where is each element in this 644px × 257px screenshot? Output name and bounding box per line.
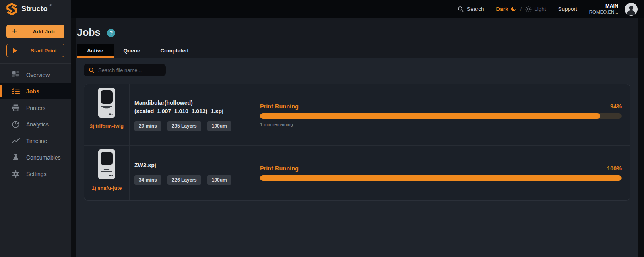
sidebar-item-label: Jobs [26, 88, 39, 95]
user-avatar-icon[interactable] [625, 3, 638, 16]
job-badges: 34 mins 226 Layers 100um [134, 175, 248, 185]
topbar-search-button[interactable]: Search [458, 6, 484, 12]
sidebar-item-label: Consumables [26, 154, 61, 161]
moon-icon [510, 6, 516, 12]
top-bar: Structo ® Search Dark / Light Support MA… [0, 0, 644, 18]
help-icon[interactable]: ? [107, 29, 115, 37]
progress-percent: 94% [610, 103, 622, 110]
sidebar: + Add Job Start Print Overview Jobs Prin… [0, 18, 71, 257]
sidebar-item-label: Printers [26, 105, 45, 111]
file-name: Mandibular(hollowed) (scaled_1.007_1.010… [134, 99, 248, 115]
resolution-badge: 100um [207, 175, 231, 185]
search-icon [458, 6, 464, 12]
page-title: Jobs [77, 27, 100, 38]
add-job-label: Add Job [23, 29, 64, 35]
main-content: Jobs ? Active Queue Completed 3) triform… [76, 18, 638, 257]
printer-column: 3) triform-twig [84, 84, 129, 145]
file-name: ZW2.spj [134, 161, 248, 169]
time-remaining: 1 min remaining [260, 122, 622, 127]
sidebar-divider [0, 63, 71, 64]
job-status: Print Running [260, 103, 299, 110]
plus-icon: + [6, 28, 23, 35]
start-print-label: Start Print [23, 48, 64, 54]
add-job-button[interactable]: + Add Job [6, 25, 64, 38]
structo-hexagon-icon [6, 2, 18, 16]
file-column: Mandibular(hollowed) (scaled_1.007_1.010… [129, 84, 254, 145]
printer-thumbnail-icon [98, 88, 115, 119]
printer-thumbnail-icon [98, 149, 115, 181]
play-icon [7, 48, 23, 53]
file-search-box [84, 64, 166, 76]
resolution-badge: 100um [207, 121, 231, 131]
tab-content-panel: 3) triform-twig Mandibular(hollowed) (sc… [76, 58, 638, 257]
sidebar-item-label: Timeline [26, 138, 47, 144]
line-chart-icon [12, 138, 20, 143]
theme-light-label: Light [534, 6, 546, 12]
progress-percent: 100% [607, 165, 622, 172]
theme-toggle[interactable]: Dark / Light [496, 6, 546, 12]
start-print-button[interactable]: Start Print [6, 44, 64, 57]
job-status: Print Running [260, 165, 299, 172]
job-row[interactable]: 1) snafu-jute ZW2.spj 34 mins 226 Layers… [84, 145, 630, 200]
flask-icon [12, 154, 20, 161]
theme-dark-label: Dark [496, 6, 508, 12]
gear-icon [12, 170, 20, 178]
sidebar-item-timeline[interactable]: Timeline [0, 133, 71, 149]
tab-completed[interactable]: Completed [151, 44, 199, 58]
account-info[interactable]: MAIN ROMEO.EN... [589, 3, 618, 15]
printer-name[interactable]: 1) snafu-jute [89, 185, 124, 191]
sidebar-item-jobs[interactable]: Jobs [0, 83, 71, 99]
sidebar-gutter [71, 18, 76, 257]
pie-chart-icon [12, 121, 20, 128]
brand-name: Structo [21, 5, 48, 13]
progress-fill [260, 175, 622, 181]
topbar-search-label: Search [467, 6, 484, 12]
search-icon [89, 67, 95, 73]
sidebar-item-analytics[interactable]: Analytics [0, 116, 71, 133]
account-username: ROMEO.EN... [589, 9, 618, 15]
tab-active[interactable]: Active [77, 44, 114, 58]
layers-badge: 226 Layers [167, 175, 201, 185]
progress-bar [260, 175, 622, 181]
right-gutter [638, 18, 644, 257]
progress-column: Print Running 94% 1 min remaining [254, 84, 630, 145]
file-search-input[interactable] [98, 67, 161, 73]
sidebar-item-overview[interactable]: Overview [0, 66, 71, 83]
printer-name[interactable]: 3) triform-twig [89, 124, 124, 130]
sidebar-item-consumables[interactable]: Consumables [0, 149, 71, 166]
duration-badge: 34 mins [134, 175, 161, 185]
status-row: Print Running 94% [260, 103, 622, 110]
job-row[interactable]: 3) triform-twig Mandibular(hollowed) (sc… [84, 84, 630, 145]
tab-bar: Active Queue Completed [76, 44, 638, 58]
jobs-list-card: 3) triform-twig Mandibular(hollowed) (sc… [84, 84, 630, 201]
account-org: MAIN [589, 3, 618, 9]
progress-fill [260, 113, 600, 119]
topbar-actions: Search Dark / Light Support MAIN ROMEO.E… [71, 0, 644, 18]
support-link[interactable]: Support [558, 6, 577, 12]
job-badges: 29 mins 235 Layers 100um [134, 121, 248, 131]
progress-column: Print Running 100% [254, 146, 630, 200]
status-row: Print Running 100% [260, 165, 622, 172]
layers-badge: 235 Layers [167, 121, 201, 131]
printer-icon [12, 104, 20, 111]
sun-icon [525, 6, 532, 12]
progress-bar [260, 113, 622, 119]
dashboard-icon [12, 71, 20, 78]
printer-column: 1) snafu-jute [84, 146, 129, 200]
file-column: ZW2.spj 34 mins 226 Layers 100um [129, 146, 254, 200]
tab-queue[interactable]: Queue [114, 44, 151, 58]
sidebar-item-label: Analytics [26, 121, 49, 128]
brand-logo: Structo ® [0, 0, 71, 18]
registered-mark: ® [50, 4, 52, 7]
duration-badge: 29 mins [134, 121, 161, 131]
sidebar-item-label: Overview [26, 72, 50, 78]
sidebar-item-settings[interactable]: Settings [0, 166, 71, 182]
checklist-icon [12, 88, 20, 95]
sidebar-item-label: Settings [26, 171, 47, 177]
sidebar-item-printers[interactable]: Printers [0, 99, 71, 116]
page-header: Jobs ? [76, 18, 638, 38]
theme-separator: / [520, 6, 522, 12]
